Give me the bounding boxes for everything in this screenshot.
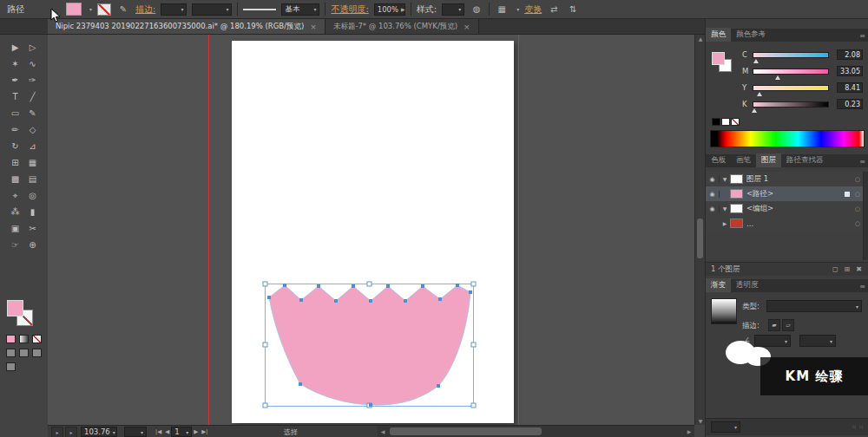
black-value-field[interactable]: 0.23 xyxy=(837,99,863,109)
color-spectrum-bar[interactable] xyxy=(710,130,865,147)
close-icon[interactable]: × xyxy=(310,23,317,31)
fill-swatch[interactable] xyxy=(7,300,23,316)
target-circle-icon[interactable]: ○ xyxy=(852,205,863,212)
magenta-slider[interactable] xyxy=(753,68,829,75)
anchor-point[interactable] xyxy=(283,284,286,287)
anchor-point[interactable] xyxy=(421,284,424,288)
delete-layer-icon[interactable]: ✖ xyxy=(856,265,862,273)
vertical-scroll-thumb[interactable] xyxy=(697,218,703,258)
black-slider[interactable] xyxy=(753,101,829,108)
anchor-point[interactable] xyxy=(352,284,355,288)
selection-tool-button[interactable]: ▶ xyxy=(7,39,24,55)
yellow-slider[interactable] xyxy=(753,85,829,91)
line-segment-tool-button[interactable]: ╱ xyxy=(24,88,42,105)
close-icon[interactable]: × xyxy=(464,23,470,31)
width-tool-button[interactable]: ⊞ xyxy=(7,154,24,171)
tab-color[interactable]: 颜色 xyxy=(706,28,731,42)
screen-mode-button[interactable] xyxy=(6,362,16,371)
tab-layers[interactable]: 图层 xyxy=(756,153,781,167)
selection-handle[interactable] xyxy=(263,282,267,286)
anchor-point[interactable] xyxy=(299,382,302,386)
horizontal-scrollbar[interactable]: ◀ ▶ xyxy=(378,426,694,437)
panel-menu-icon[interactable]: ≡ xyxy=(859,283,865,290)
variable-width-combo[interactable]: ▾ xyxy=(192,3,232,16)
cyan-value-field[interactable]: 2.08 xyxy=(837,49,863,60)
magenta-value-field[interactable]: 33.05 xyxy=(837,66,863,76)
curvature-tool-button[interactable]: ✑ xyxy=(24,72,42,88)
gradient-tool-button[interactable]: ▤ xyxy=(24,171,42,187)
white-swatch[interactable] xyxy=(721,118,730,126)
cyan-slider[interactable] xyxy=(753,52,829,58)
last-artboard-icon[interactable]: ▶| xyxy=(201,428,207,435)
scale-tool-button[interactable]: ⊿ xyxy=(24,138,42,154)
style-combo[interactable]: ▾ xyxy=(442,3,464,16)
artboard-tool-button[interactable]: ▣ xyxy=(7,220,24,237)
prev-artboard-icon[interactable]: ◀ xyxy=(165,428,169,435)
layer-name[interactable]: ... xyxy=(746,219,852,228)
panel-menu-icon[interactable]: ≡ xyxy=(859,32,865,40)
column-graph-tool-button[interactable]: ▮ xyxy=(24,204,42,220)
lasso-tool-button[interactable]: ∿ xyxy=(24,55,42,72)
vertical-scrollbar[interactable]: ▲ ▼ xyxy=(694,35,705,425)
selection-handle[interactable] xyxy=(367,282,372,286)
draw-behind-button[interactable] xyxy=(19,349,29,357)
target-circle-icon[interactable]: ○ xyxy=(852,191,863,198)
black-swatch[interactable] xyxy=(712,118,720,126)
new-layer-icon[interactable]: ⊞ xyxy=(845,265,851,273)
anchor-point[interactable] xyxy=(369,299,372,303)
opacity-combo[interactable]: 100%▶ xyxy=(374,3,405,16)
artboard-number-combo[interactable]: 1 ▾ xyxy=(171,427,192,437)
target-circle-icon[interactable]: ○ xyxy=(852,220,863,227)
tab-color-guide[interactable]: 颜色参考 xyxy=(731,28,771,42)
yellow-value-field[interactable]: 8.41 xyxy=(837,82,863,93)
anchor-point[interactable] xyxy=(334,299,338,303)
none-swatch[interactable] xyxy=(731,118,740,126)
symbol-sprayer-tool-button[interactable]: ⁂ xyxy=(7,204,24,220)
chevron-down-icon[interactable]: ▾ xyxy=(89,6,92,12)
panel-resize-handle[interactable]: ⁙ ⁙ xyxy=(852,424,864,431)
mini-fill-swatch[interactable] xyxy=(712,52,725,65)
hand-tool-button[interactable]: ☞ xyxy=(7,237,24,253)
shaper-tool-button[interactable]: ◇ xyxy=(24,121,42,138)
draw-normal-button[interactable] xyxy=(6,349,16,357)
layer-name[interactable]: <路径> xyxy=(746,189,845,199)
pen-tool-button[interactable]: ✒ xyxy=(7,72,24,88)
slider-handle[interactable] xyxy=(752,108,757,113)
make-mask-icon[interactable]: ◻ xyxy=(832,265,838,273)
gradient-angle-combo[interactable]: ▾ xyxy=(754,335,791,347)
document-tab-2[interactable]: 未标题-7* @ 103.76% (CMYK/预览) × xyxy=(326,19,479,34)
crown-shape[interactable] xyxy=(269,285,470,405)
tab-swatches[interactable]: 色板 xyxy=(706,153,731,167)
tool-hint-combo[interactable]: ▾ xyxy=(124,427,147,437)
document-tab-1[interactable]: Nipic 2379403 20190227163600735000.ai* @… xyxy=(48,19,326,34)
rotate-tool-button[interactable]: ↻ xyxy=(7,138,24,154)
slice-tool-button[interactable]: ✂ xyxy=(24,220,42,237)
opacity-link[interactable]: 不透明度: xyxy=(331,3,368,16)
pencil-tool-button[interactable]: ✏ xyxy=(7,121,24,138)
scroll-left-icon[interactable]: ◀ xyxy=(378,426,388,437)
fill-color-swatch[interactable] xyxy=(66,3,82,16)
canvas-area[interactable] xyxy=(48,35,694,425)
panel-bottom-combo[interactable]: ▾ xyxy=(711,421,740,433)
anchor-point[interactable] xyxy=(386,284,390,288)
anchor-point[interactable] xyxy=(404,299,407,303)
draw-inside-button[interactable] xyxy=(32,349,42,357)
slider-handle[interactable] xyxy=(757,92,762,96)
anchor-point[interactable] xyxy=(317,284,320,288)
selection-handle[interactable] xyxy=(263,342,267,347)
swap-transform-icon[interactable]: ⇄ xyxy=(547,3,561,16)
stroke-none-icon[interactable] xyxy=(97,3,111,16)
tab-pathfinder[interactable]: 路径查找器 xyxy=(781,153,829,167)
next-artboard-icon[interactable]: ▶ xyxy=(194,428,198,435)
magic-wand-tool-button[interactable]: ✶ xyxy=(7,55,24,72)
mesh-tool-button[interactable]: ▩ xyxy=(7,171,24,187)
rectangle-tool-button[interactable]: ▭ xyxy=(7,105,24,121)
expand-arrow-icon[interactable]: ▼ xyxy=(720,205,730,212)
chevron-down-icon[interactable]: ▾ xyxy=(516,6,519,12)
status-icon[interactable]: ▸ xyxy=(65,427,77,437)
visibility-eye-icon[interactable]: ◉ xyxy=(706,205,720,212)
type-tool-button[interactable]: T xyxy=(7,88,24,105)
anchor-point[interactable] xyxy=(299,298,303,302)
target-circle-icon[interactable]: ○ xyxy=(852,176,863,183)
selection-handle[interactable] xyxy=(471,403,476,408)
